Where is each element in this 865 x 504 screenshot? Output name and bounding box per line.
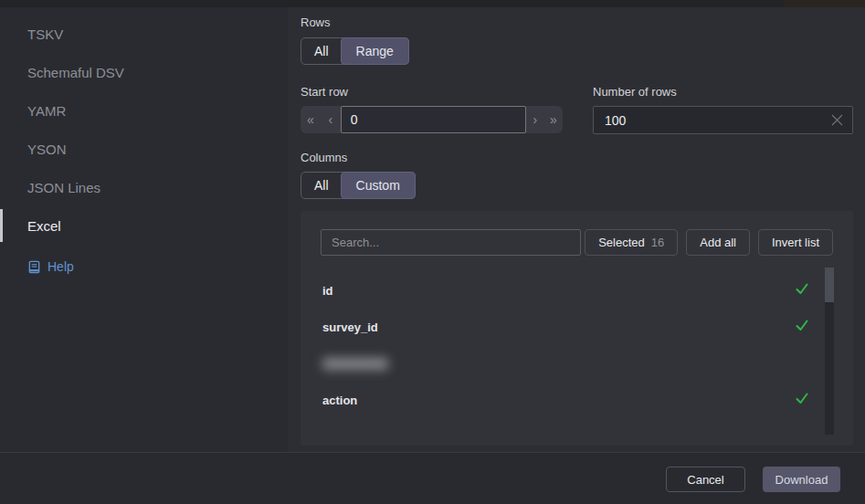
start-row-pager: « ‹ › » — [301, 106, 563, 133]
sidebar-item-label: Schemaful DSV — [27, 65, 124, 80]
selected-label: Selected — [598, 236, 645, 249]
book-icon — [27, 260, 41, 274]
selected-count-button[interactable]: Selected 16 — [585, 229, 678, 256]
rows-toggle: All Range — [301, 37, 409, 65]
sidebar-item-label: YAMR — [27, 103, 66, 119]
rows-label: Rows — [301, 16, 853, 29]
column-name: action — [322, 394, 357, 407]
start-row-label: Start row — [301, 85, 563, 99]
download-button[interactable]: Download — [763, 467, 840, 492]
help-label: Help — [47, 259, 74, 274]
sidebar-item-label: TSKV — [27, 26, 63, 42]
number-of-rows-label: Number of rows — [593, 85, 853, 99]
scrollbar-track[interactable] — [825, 268, 834, 435]
first-page-icon[interactable]: « — [301, 112, 321, 127]
export-settings-form: Rows All Range Start row « ‹ › » Number … — [288, 7, 865, 452]
sidebar-item-json-lines[interactable]: JSON Lines — [0, 168, 288, 206]
sidebar-item-label: JSON Lines — [27, 180, 100, 195]
format-sidebar: TSKV Schemaful DSV YAMR YSON JSON Lines … — [0, 7, 288, 452]
next-page-icon[interactable]: › — [526, 112, 544, 127]
columns-option-custom[interactable]: Custom — [341, 172, 416, 199]
clear-icon[interactable] — [829, 112, 845, 131]
check-icon — [795, 391, 809, 409]
redacted-column-name — [322, 358, 388, 370]
rows-option-range[interactable]: Range — [341, 37, 409, 65]
columns-option-all[interactable]: All — [301, 173, 342, 198]
sidebar-item-label: YSON — [27, 142, 67, 157]
sidebar-item-excel[interactable]: Excel — [0, 206, 288, 245]
rows-option-all[interactable]: All — [301, 38, 342, 64]
number-of-rows-input[interactable] — [593, 106, 853, 134]
columns-label: Columns — [301, 151, 853, 164]
column-item-survey-id[interactable]: survey_id — [321, 309, 833, 345]
dialog-footer: Cancel Download — [0, 452, 865, 504]
invert-list-button[interactable]: Invert list — [758, 229, 833, 256]
search-input[interactable] — [321, 229, 581, 256]
sidebar-item-label: Excel — [27, 218, 61, 234]
column-name: survey_id — [322, 320, 378, 334]
top-edge-strip-right — [785, 0, 865, 7]
column-name: id — [322, 284, 333, 298]
column-list: id survey_id action — [321, 272, 833, 418]
columns-picker-panel: Selected 16 Add all Invert list id surve… — [301, 211, 853, 446]
sidebar-item-yson[interactable]: YSON — [0, 130, 288, 168]
top-edge-strip — [0, 0, 865, 7]
column-item-redacted[interactable] — [321, 345, 833, 382]
start-row-input[interactable] — [341, 106, 526, 133]
add-all-button[interactable]: Add all — [686, 229, 750, 256]
check-icon — [795, 281, 809, 299]
column-item-id[interactable]: id — [321, 272, 833, 309]
check-icon — [795, 318, 809, 336]
column-item-action[interactable]: action — [321, 382, 833, 418]
sidebar-item-yamr[interactable]: YAMR — [0, 91, 288, 130]
help-link[interactable]: Help — [27, 259, 74, 274]
sidebar-item-schemaful-dsv[interactable]: Schemaful DSV — [0, 53, 288, 91]
selected-count: 16 — [651, 236, 664, 249]
columns-toggle: All Custom — [301, 172, 416, 199]
cancel-button[interactable]: Cancel — [666, 467, 745, 492]
last-page-icon[interactable]: » — [544, 112, 563, 127]
prev-page-icon[interactable]: ‹ — [321, 112, 341, 127]
sidebar-item-tskv[interactable]: TSKV — [0, 15, 288, 53]
scrollbar-thumb[interactable] — [825, 268, 834, 302]
